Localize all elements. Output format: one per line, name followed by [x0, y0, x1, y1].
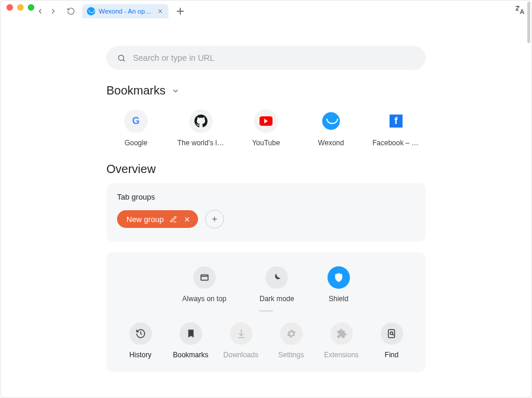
gear-icon [286, 328, 297, 339]
tool-label: Settings [278, 351, 304, 359]
tool-label: History [129, 351, 151, 359]
svg-rect-13 [388, 330, 395, 338]
toggle-dark-mode[interactable]: Dark mode [259, 266, 294, 303]
svg-line-15 [392, 334, 394, 335]
tool-history[interactable]: History [117, 322, 164, 359]
tool-downloads[interactable]: Downloads [218, 322, 264, 359]
search-icon [117, 54, 126, 63]
svg-point-4 [119, 55, 124, 60]
facebook-icon: f [384, 109, 408, 133]
edit-icon [170, 216, 177, 223]
tool-bookmarks[interactable]: Bookmarks [167, 322, 214, 359]
tab-groups-title: Tab groups [117, 193, 415, 201]
tool-label: Extensions [324, 351, 359, 359]
tool-label: Bookmarks [173, 351, 208, 359]
minimize-window-button[interactable] [17, 4, 24, 11]
scrollbar-thumb[interactable] [527, 2, 530, 43]
bookmark-youtube[interactable]: YouTube [236, 109, 296, 147]
drag-handle[interactable] [259, 310, 273, 312]
tab-group-pill[interactable]: New group [117, 210, 198, 228]
chevron-down-icon [171, 87, 180, 95]
tool-settings[interactable]: Settings [268, 322, 314, 359]
close-window-button[interactable] [7, 4, 13, 11]
bookmark-github[interactable]: The world's lead… [171, 109, 231, 147]
svg-rect-10 [201, 275, 208, 280]
toggle-label: Dark mode [259, 295, 294, 303]
find-icon [387, 328, 397, 339]
bookmarks-header-label: Bookmarks [106, 84, 166, 97]
bookmark-google[interactable]: G Google [106, 109, 166, 147]
quick-panel: Always on top Dark mode Shield [106, 252, 426, 372]
bookmarks-grid: G Google The world's lead… YouTube [106, 109, 426, 147]
toggle-shield[interactable]: Shield [327, 266, 350, 303]
toggle-always-on-top[interactable]: Always on top [182, 266, 226, 303]
toggle-label: Shield [329, 295, 348, 303]
tab-group-name: New group [126, 215, 164, 224]
bookmark-wexond[interactable]: Wexond [301, 109, 361, 147]
history-icon [135, 328, 146, 339]
bookmark-label: YouTube [252, 139, 280, 147]
bookmark-label: Google [125, 139, 148, 147]
moon-icon [271, 272, 282, 283]
bookmarks-section-toggle[interactable]: Bookmarks [106, 84, 426, 97]
address-bar[interactable] [106, 46, 426, 70]
window-icon [199, 272, 210, 283]
svg-point-14 [390, 332, 393, 335]
search-input[interactable] [132, 53, 415, 63]
scrollbar[interactable] [525, 2, 530, 396]
bookmark-icon [186, 328, 196, 339]
close-icon[interactable] [183, 216, 191, 223]
bookmark-facebook[interactable]: f Facebook – zal… [366, 109, 426, 147]
tool-extensions[interactable]: Extensions [318, 322, 365, 359]
google-icon: G [124, 109, 148, 133]
tab-groups-card: Tab groups New group [106, 183, 426, 242]
add-tab-group-button[interactable] [205, 210, 224, 229]
github-icon [189, 109, 213, 133]
traffic-lights [7, 4, 34, 11]
tool-label: Downloads [223, 351, 258, 359]
toggle-label: Always on top [182, 295, 226, 303]
bookmark-label: Wexond [318, 139, 344, 147]
overview-header: Overview [106, 162, 426, 176]
tool-label: Find [385, 351, 398, 359]
tool-find[interactable]: Find [368, 322, 415, 359]
plus-icon [210, 215, 219, 223]
bookmark-label: The world's lead… [177, 139, 225, 147]
youtube-icon [254, 109, 278, 133]
puzzle-icon [336, 328, 347, 339]
wexond-large-icon [319, 109, 343, 133]
svg-line-5 [123, 60, 125, 61]
download-icon [236, 328, 246, 339]
bookmark-label: Facebook – zal… [372, 139, 420, 147]
shield-icon [333, 272, 344, 283]
